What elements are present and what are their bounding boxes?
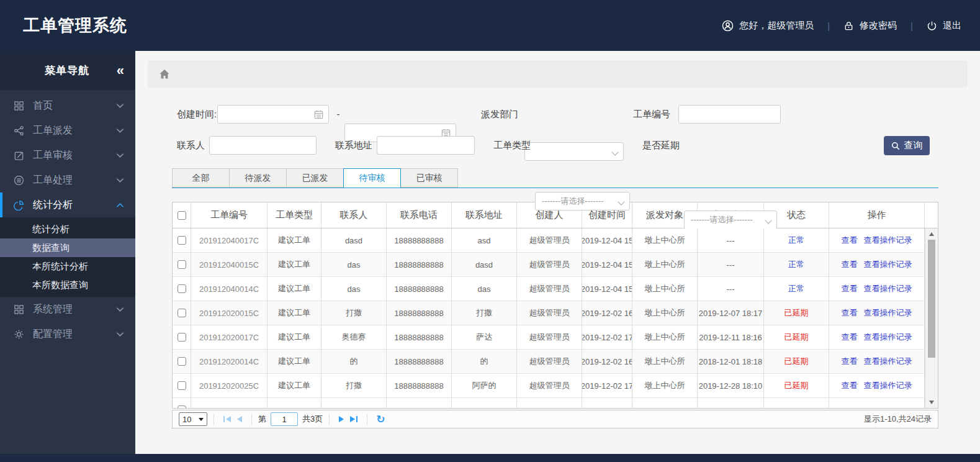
scroll-up-icon[interactable] xyxy=(929,232,934,236)
row-checkbox[interactable] xyxy=(178,309,186,317)
cell-deadline: 2019-12-07 18:17 xyxy=(698,301,764,325)
cell-dispatch-target: 墩上中心所 xyxy=(632,301,698,325)
view-link[interactable]: 查看 xyxy=(842,259,858,270)
logout-button[interactable]: 退出 xyxy=(927,20,961,32)
scrollbar-thumb[interactable] xyxy=(928,240,935,358)
view-link[interactable]: 查看 xyxy=(842,380,858,391)
first-page-button[interactable] xyxy=(223,416,231,422)
refresh-icon[interactable]: ↻ xyxy=(376,413,385,426)
view-link[interactable]: 查看 xyxy=(842,235,858,246)
view-link[interactable]: 查看 xyxy=(842,283,858,294)
cell-address: das xyxy=(452,277,517,301)
cell-deadline: 2018-12-01 18:18 xyxy=(698,350,764,373)
row-checkbox[interactable] xyxy=(178,405,186,408)
row-checkbox[interactable] xyxy=(178,236,186,245)
cell-creator: 超级管理员 xyxy=(517,301,582,325)
search-button-label: 查询 xyxy=(904,140,923,152)
next-page-button[interactable] xyxy=(339,416,344,422)
row-checkbox-cell xyxy=(173,398,191,408)
view-log-link[interactable]: 查看操作记录 xyxy=(864,307,912,319)
page-size-select[interactable]: 10 xyxy=(179,412,207,426)
view-log-link[interactable]: 查看操作记录 xyxy=(864,259,912,270)
search-button[interactable]: 查询 xyxy=(884,136,930,155)
submenu-item-local-data-query[interactable]: 本所数据查询 xyxy=(0,276,135,294)
table-row: 201912020014C 建议工单 的 18888888888 的 超级管理员… xyxy=(173,350,938,374)
row-checkbox[interactable] xyxy=(178,381,186,390)
statistics-submenu: 统计分析 数据查询 本所统计分析 本所数据查询 xyxy=(0,217,135,297)
order-no-label: 工单编号 xyxy=(633,105,670,124)
select-all-checkbox[interactable] xyxy=(178,211,186,220)
row-checkbox[interactable] xyxy=(178,284,186,293)
submenu-item-data-query[interactable]: 数据查询 xyxy=(0,238,135,257)
grid-icon xyxy=(12,304,25,315)
sidebar-header: 菜单导航 « xyxy=(0,51,135,90)
table-row: 201912040014C 建议工单 das 18888888888 das 超… xyxy=(173,277,938,301)
sidebar-item-system[interactable]: 系统管理 xyxy=(0,297,135,322)
submenu-item-local-statistics[interactable]: 本所统计分析 xyxy=(0,257,135,276)
view-log-link[interactable]: 查看操作记录 xyxy=(864,356,912,367)
filter-form: 创建时间: - 派发部门 xyxy=(148,99,968,168)
chevron-down-icon xyxy=(116,307,124,312)
change-password-button[interactable]: 修改密码 xyxy=(843,20,897,32)
contact-input[interactable] xyxy=(210,138,316,155)
page-number-input[interactable] xyxy=(271,412,298,426)
order-type-select[interactable]: -------请选择------- xyxy=(535,192,630,211)
order-no-input[interactable] xyxy=(679,107,780,124)
dispatch-dept-select[interactable] xyxy=(524,142,624,161)
scroll-down-icon[interactable] xyxy=(929,401,934,404)
view-log-link[interactable]: 查看操作记录 xyxy=(864,235,912,246)
calendar-icon[interactable] xyxy=(313,109,324,120)
view-log-link[interactable]: 查看操作记录 xyxy=(864,332,912,343)
status-tab[interactable]: 待派发 xyxy=(229,168,287,188)
cell-order-type: 建议工单 xyxy=(267,374,321,397)
last-page-button[interactable] xyxy=(350,416,357,422)
cell-status: 正常 xyxy=(764,277,829,301)
status-tab[interactable]: 已审核 xyxy=(400,168,458,188)
status-tab[interactable]: 全部 xyxy=(172,168,230,188)
cell-deadline: 2019-12-28 18:10 xyxy=(698,374,764,397)
sidebar-item-label: 首页 xyxy=(33,99,53,112)
date-from-input[interactable] xyxy=(218,107,328,124)
sidebar-item-review[interactable]: 工单审核 xyxy=(0,143,135,168)
table-row: 201912040017C 建议工单 dasd 18888888888 asd … xyxy=(173,229,938,253)
user-greeting[interactable]: 您好，超级管理员 xyxy=(722,20,814,32)
column-header: 工单类型 xyxy=(267,202,321,228)
cell-creator: 超级管理员 xyxy=(517,325,582,349)
status-tab[interactable]: 已派发 xyxy=(286,168,344,188)
view-link[interactable]: 查看 xyxy=(842,307,858,319)
view-log-link[interactable]: 查看操作记录 xyxy=(864,283,912,294)
cell-order-type: 建议工单 xyxy=(267,277,321,301)
row-checkbox[interactable] xyxy=(178,357,186,366)
sidebar-item-statistics[interactable]: 统计分析 xyxy=(0,192,135,217)
table-scrollbar[interactable] xyxy=(925,229,938,408)
header-scrollbar-spacer xyxy=(925,202,938,228)
cell-actions: 查看 查看操作记录 xyxy=(829,374,925,397)
cell-phone: 18888888888 xyxy=(387,229,452,252)
collapse-sidebar-icon[interactable]: « xyxy=(117,64,124,78)
status-tabs: 全部 待派发 已派发 待审核 已审核 xyxy=(172,168,938,188)
view-link[interactable]: 查看 xyxy=(842,356,858,367)
sidebar-item-label: 系统管理 xyxy=(33,303,73,316)
sidebar-item-config[interactable]: 配置管理 xyxy=(0,322,135,346)
view-link[interactable]: 查看 xyxy=(842,332,858,343)
sidebar-item-home[interactable]: 首页 xyxy=(0,93,135,118)
address-input[interactable] xyxy=(377,138,474,155)
home-icon[interactable] xyxy=(159,69,170,79)
row-checkbox[interactable] xyxy=(178,333,186,342)
chevron-down-icon xyxy=(116,178,124,183)
sidebar-item-dispatch[interactable]: 工单派发 xyxy=(0,118,135,143)
status-tab[interactable]: 待审核 xyxy=(343,168,401,188)
row-checkbox[interactable] xyxy=(178,260,186,269)
sidebar-item-process[interactable]: 工单处理 xyxy=(0,168,135,192)
view-log-link[interactable]: 查看操作记录 xyxy=(864,380,912,391)
cell-creator: 超级管理员 xyxy=(517,277,582,301)
submenu-item-statistics[interactable]: 统计分析 xyxy=(0,220,135,238)
delayed-select[interactable]: -------请选择------- xyxy=(684,211,777,229)
share-icon xyxy=(12,125,25,136)
top-bar: 工单管理系统 您好，超级管理员 | 修改密码 | xyxy=(0,0,980,51)
cell-dispatch-target: 墩上中心所 xyxy=(632,374,698,397)
cell-deadline: --- xyxy=(698,277,764,301)
order-type-value: -------请选择------- xyxy=(542,192,604,211)
chevron-down-icon xyxy=(116,128,124,134)
prev-page-button[interactable] xyxy=(237,416,242,422)
